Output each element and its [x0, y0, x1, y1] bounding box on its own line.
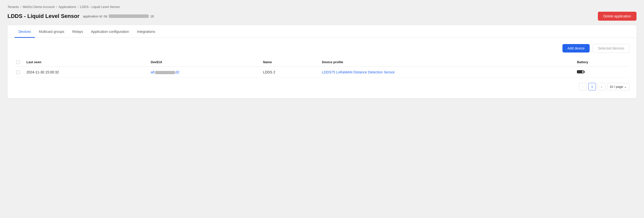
row-checkbox-cell [14, 67, 24, 78]
prev-page-button[interactable]: ‹ [579, 83, 586, 90]
page-header: LDDS - Liquid Level Sensor application i… [8, 12, 636, 21]
col-header-last-seen: Last seen [24, 58, 148, 67]
table-header: Last seen DevEUI Name Device profile Bat… [14, 58, 630, 67]
device-profile-link[interactable]: LDDS75 LoRaWAN Distance Detection Sensor [322, 70, 395, 74]
deveui-link[interactable]: a8d2 [151, 70, 179, 74]
current-page-indicator: 1 [588, 83, 596, 90]
breadcrumb-metsci[interactable]: MetSci Demo Account [23, 5, 54, 9]
col-header-device-profile: Device profile [319, 58, 574, 67]
page-title: LDDS - Liquid Level Sensor [8, 13, 79, 19]
battery-indicator [577, 70, 584, 73]
deveui-suffix: d2 [176, 70, 180, 74]
breadcrumb-sep-2: / [56, 5, 57, 9]
row-last-seen: 2024-11-30 15:00:32 [24, 67, 148, 78]
row-deveui[interactable]: a8d2 [148, 67, 260, 78]
row-device-profile[interactable]: LDDS75 LoRaWAN Distance Detection Sensor [319, 67, 574, 78]
battery-fill [578, 71, 582, 73]
next-page-button[interactable]: › [598, 83, 605, 90]
page-size-selector[interactable]: 10 / page ⌄ [607, 83, 630, 90]
page-size-label: 10 / page [610, 85, 623, 89]
toolbar-row: Add device Selected devices [14, 44, 630, 53]
tab-relays[interactable]: Relays [68, 25, 87, 38]
tab-devices[interactable]: Devices [14, 25, 35, 38]
breadcrumb-sep-3: / [78, 5, 78, 9]
selected-devices-button[interactable]: Selected devices [592, 44, 630, 53]
tab-multicast-groups[interactable]: Multicast groups [35, 25, 68, 38]
app-id-suffix: 18 [150, 14, 154, 18]
devices-table: Last seen DevEUI Name Device profile Bat… [14, 58, 630, 78]
col-header-battery: Battery [574, 58, 630, 67]
add-device-button[interactable]: Add device [562, 44, 590, 53]
breadcrumb-applications[interactable]: Applications [58, 5, 76, 9]
row-name: LDDS 2 [260, 67, 319, 78]
tab-content-devices: Add device Selected devices Last seen De… [8, 38, 636, 98]
select-all-checkbox[interactable] [16, 60, 20, 64]
app-id-prefix: application id: 0d [83, 14, 107, 18]
app-id-label: application id: 0d 18 [83, 14, 154, 18]
row-checkbox[interactable] [16, 70, 20, 74]
breadcrumb-current: LDDS - Liquid Level Sensor [80, 5, 120, 9]
row-battery [574, 67, 630, 78]
deveui-prefix: a8 [151, 70, 155, 74]
col-header-checkbox [14, 58, 24, 67]
pagination-row: ‹ 1 › 10 / page ⌄ [14, 83, 630, 90]
tabs-row: Devices Multicast groups Relays Applicat… [8, 25, 636, 38]
breadcrumb: Tenants / MetSci Demo Account / Applicat… [8, 5, 636, 9]
main-card: Devices Multicast groups Relays Applicat… [8, 25, 636, 98]
delete-application-button[interactable]: Delete application [598, 12, 636, 21]
breadcrumb-sep-1: / [20, 5, 22, 9]
battery-body [577, 70, 584, 73]
app-id-redacted [109, 14, 149, 18]
page-title-row: LDDS - Liquid Level Sensor application i… [8, 13, 154, 19]
tab-integrations[interactable]: Integrations [133, 25, 159, 38]
table-body: 2024-11-30 15:00:32 a8d2 LDDS 2 LDDS75 L… [14, 67, 630, 78]
table-row: 2024-11-30 15:00:32 a8d2 LDDS 2 LDDS75 L… [14, 67, 630, 78]
col-header-name: Name [260, 58, 319, 67]
deveui-redacted [155, 71, 175, 74]
col-header-deveui: DevEUI [148, 58, 260, 67]
page-size-chevron-icon: ⌄ [624, 85, 627, 89]
tab-application-configuration[interactable]: Application configuration [87, 25, 133, 38]
breadcrumb-tenants[interactable]: Tenants [8, 5, 19, 9]
